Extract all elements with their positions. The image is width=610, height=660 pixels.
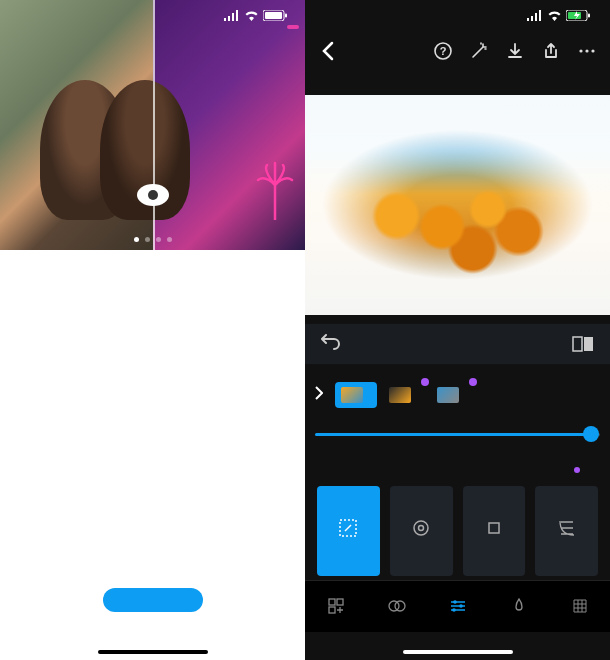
chevron-right-icon[interactable] [309, 386, 329, 404]
bottom-nav [305, 580, 610, 632]
editor-toolbar: ? [305, 30, 610, 72]
svg-point-20 [389, 601, 399, 611]
tool-roundness[interactable] [535, 486, 598, 576]
svg-rect-5 [588, 13, 590, 17]
svg-point-23 [459, 604, 463, 608]
nav-themes[interactable] [327, 597, 345, 617]
more-icon[interactable] [578, 42, 596, 60]
battery-icon [263, 10, 287, 21]
editor-screen: ? [305, 0, 610, 660]
status-bar [305, 0, 610, 30]
chip-sfondo[interactable] [431, 382, 473, 408]
svg-rect-17 [329, 599, 335, 605]
palm-icon [255, 160, 295, 220]
home-indicator[interactable] [98, 650, 208, 654]
chip-thumb-icon [341, 387, 363, 403]
svg-rect-12 [584, 337, 593, 351]
status-icons [224, 10, 287, 21]
share-icon[interactable] [542, 42, 560, 60]
themes-icon [327, 597, 345, 615]
adjust-icon [449, 597, 467, 615]
quantity-icon [337, 517, 359, 539]
svg-point-15 [419, 526, 424, 531]
download-icon[interactable] [506, 42, 524, 60]
home-indicator[interactable] [403, 650, 513, 654]
dot[interactable] [167, 237, 172, 242]
reshape-icon [571, 597, 589, 615]
onboarding-screen [0, 0, 305, 660]
next-button[interactable] [103, 588, 203, 612]
svg-point-22 [453, 600, 457, 604]
premium-dot-icon [421, 378, 429, 386]
svg-text:?: ? [440, 45, 447, 57]
compare-button[interactable] [572, 335, 594, 353]
back-button[interactable] [319, 42, 337, 60]
uniform-icon [510, 597, 528, 615]
svg-point-24 [452, 608, 456, 612]
amount-slider[interactable] [315, 422, 600, 446]
chip-thumb-icon [389, 387, 411, 403]
selection-row [305, 374, 610, 416]
status-icons [527, 10, 592, 21]
roundness-icon [556, 517, 578, 539]
compare-divider[interactable] [153, 0, 155, 250]
hero-image [0, 0, 305, 250]
svg-point-14 [414, 521, 428, 535]
svg-rect-18 [337, 599, 343, 605]
nav-uniform[interactable] [510, 597, 528, 617]
tool-center[interactable] [390, 486, 453, 576]
looks-icon [388, 597, 406, 615]
svg-rect-2 [285, 13, 287, 17]
svg-rect-16 [489, 523, 499, 533]
center-icon [410, 517, 432, 539]
magic-wand-icon[interactable] [470, 42, 488, 60]
svg-rect-19 [329, 607, 335, 613]
svg-point-9 [585, 49, 588, 52]
help-icon[interactable]: ? [434, 42, 452, 60]
svg-point-21 [395, 601, 405, 611]
action-bar [305, 324, 610, 364]
image-canvas[interactable] [305, 95, 610, 315]
svg-point-8 [579, 49, 582, 52]
slider-track[interactable] [315, 433, 600, 436]
slider-thumb[interactable] [583, 426, 599, 442]
dot[interactable] [134, 237, 139, 242]
page-dots [134, 237, 172, 242]
effect-tabs [305, 452, 610, 482]
svg-point-10 [591, 49, 594, 52]
chip-soggetto[interactable] [383, 382, 425, 408]
compare-eye-handle[interactable] [137, 184, 169, 206]
svg-rect-1 [265, 12, 282, 19]
signal-icon [224, 10, 240, 21]
chip-completo[interactable] [335, 382, 377, 408]
svg-rect-11 [573, 337, 582, 351]
dot[interactable] [145, 237, 150, 242]
undo-button[interactable] [321, 334, 341, 355]
battery-charging-icon [566, 10, 592, 21]
tool-quantity[interactable] [317, 486, 380, 576]
wifi-icon [547, 10, 562, 21]
premium-dot-icon [574, 467, 580, 473]
nav-looks[interactable] [388, 597, 406, 617]
status-bar [0, 0, 305, 30]
dot[interactable] [156, 237, 161, 242]
wifi-icon [244, 10, 259, 21]
signal-icon [527, 10, 543, 21]
chip-thumb-icon [437, 387, 459, 403]
nav-adjustments[interactable] [449, 597, 467, 617]
tool-grid [305, 486, 610, 576]
premium-dot-icon [469, 378, 477, 386]
nav-reshape[interactable] [571, 597, 589, 617]
feather-icon [483, 517, 505, 539]
tool-feather[interactable] [463, 486, 526, 576]
